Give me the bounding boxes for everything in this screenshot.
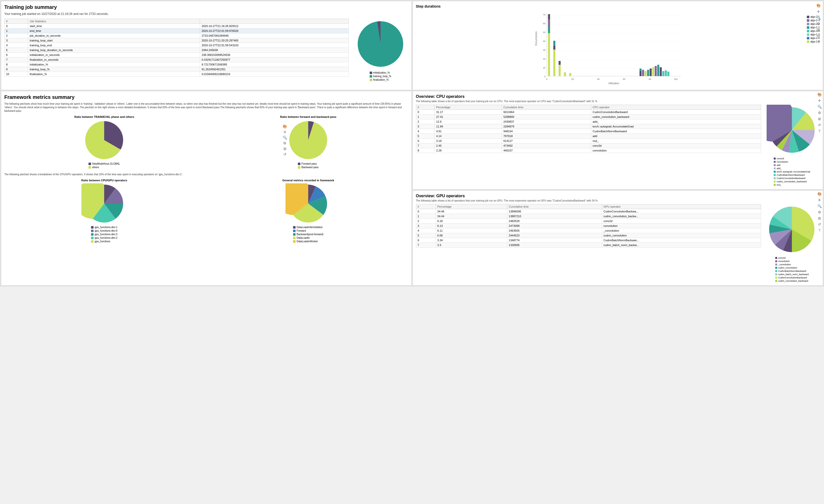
- cpu-label7: cudnn_convolution_backward: [777, 180, 807, 183]
- svg-text:40: 40: [543, 40, 545, 42]
- gpu-settings-icon[interactable]: ⚙: [817, 210, 822, 214]
- pie1-legend: StepModeKeys.GLOBAL others: [89, 162, 120, 169]
- summary-cell: 2020-10-27T22:01:59:543103: [200, 43, 348, 48]
- gpu-cell: 34.44: [436, 214, 507, 219]
- pie4-l3: DataLoader: [293, 236, 323, 239]
- framework-tools1: 🎨 ✛ 🔍 ⚙ ⊞ ↺: [283, 124, 287, 157]
- svg-text:Utilization: Utilization: [608, 82, 619, 85]
- gpu-search-icon[interactable]: 🔍: [817, 204, 822, 208]
- gpu-cell: 7: [416, 243, 436, 247]
- framework-color-icon1[interactable]: 🎨: [283, 124, 287, 129]
- color-tool-icon[interactable]: 🎨: [816, 3, 821, 8]
- gpu-help-icon[interactable]: ?: [817, 228, 822, 233]
- cpu-pie-legend: conv2d convolution add add_: [774, 157, 810, 186]
- pie2-dot-forward: [298, 163, 300, 165]
- cpu-label0: conv2d: [777, 157, 784, 160]
- summary-cell: training_loop_duration_in_seconds: [28, 48, 200, 53]
- step-durations-chart-area: 0 10 20 30 40 50 60 70 0 20 40 60 80 100: [416, 10, 804, 87]
- gpu-cell: conv2d: [602, 219, 761, 223]
- gpu-tools: 🎨 ✛ 🔍 ⚙ ⊞ ↺ ?: [817, 192, 822, 233]
- cpu-grid-icon[interactable]: ⊞: [817, 117, 822, 121]
- summary-table: # Job Statistics 0start_time2020-10-27T2…: [4, 19, 349, 77]
- gpu-row: 36.132473099convolution: [416, 223, 761, 228]
- gpu-color-icon[interactable]: 🎨: [817, 192, 822, 196]
- gpu-col-op: GPU operator: [602, 204, 761, 209]
- cpu-cell: 6: [416, 138, 434, 143]
- cpu-pie-svg: [766, 105, 817, 155]
- summary-cell: 10: [5, 72, 28, 77]
- svg-text:30: 30: [543, 49, 545, 51]
- gpu-row: 56.062444523cudnn_convolution: [416, 233, 761, 238]
- svg-rect-34: [564, 72, 566, 76]
- cpu-cell: convolution: [591, 148, 761, 153]
- gpu-grid-icon[interactable]: ⊞: [817, 216, 822, 220]
- pie4-l0: DataLoaderIterInitialize: [293, 226, 323, 229]
- gpu-move-icon[interactable]: ✛: [817, 198, 822, 202]
- summary-cell: job_duration_in_seconds: [28, 33, 200, 38]
- search-tool-icon[interactable]: 🔍: [816, 15, 821, 20]
- cpu-cell: cudnn_convolution_backward: [591, 115, 761, 119]
- summary-cell: 6: [5, 53, 28, 58]
- framework-grid-icon1[interactable]: ⊞: [283, 146, 287, 151]
- framework-refresh-icon1[interactable]: ↺: [283, 152, 287, 157]
- cpu-settings-icon[interactable]: ⚙: [817, 110, 822, 115]
- svg-text:50: 50: [543, 31, 545, 34]
- help-tool-icon[interactable]: ?: [816, 40, 821, 44]
- gpu-table: # Percentage Cumulative time GPU operato…: [416, 204, 761, 247]
- framework-move-icon1[interactable]: ✛: [283, 130, 287, 134]
- pie4-legend: DataLoaderIterInitialize Forward Backwar…: [293, 226, 323, 243]
- framework-search-icon1[interactable]: 🔍: [283, 135, 287, 140]
- svg-rect-40: [647, 70, 649, 76]
- cpu-move-icon[interactable]: ✛: [817, 98, 822, 103]
- cpu-pie-wrap: conv2d convolution add add_: [764, 105, 820, 186]
- gpu-row: 46.112463505_convolution: [416, 228, 761, 233]
- cpu-row: 127.415288800cudnn_convolution_backward: [416, 115, 761, 119]
- cpu-label2: add: [777, 164, 781, 167]
- cpu-cell: add: [591, 134, 761, 138]
- summary-cell: training_loop_end: [28, 43, 200, 48]
- framework-settings-icon1[interactable]: ⚙: [283, 141, 287, 145]
- cpu-cell: mul_: [591, 138, 761, 143]
- cpu-l4: torch::autograd::AccumulateGrad: [774, 171, 810, 173]
- pie1-label-global: StepModeKeys.GLOBAL: [92, 162, 120, 165]
- cpu-content: # Percentage Cumulative time CPU operato…: [416, 105, 820, 186]
- gpu-cell: 6.13: [436, 223, 507, 228]
- cpu-table-wrap: # Percentage Cumulative time CPU operato…: [416, 105, 761, 186]
- grid-tool-icon[interactable]: ⊞: [816, 27, 821, 32]
- cpu-col-op: CPU operator: [591, 105, 761, 110]
- refresh-tool-icon[interactable]: ↺: [816, 34, 821, 38]
- svg-text:20: 20: [571, 78, 574, 80]
- cpu-l5: CudnnBatchNormBackward: [774, 174, 810, 176]
- gpu-cell: 6: [416, 238, 436, 243]
- step-durations-title: Step durations: [416, 4, 820, 8]
- cpu-color-icon[interactable]: 🎨: [817, 92, 822, 97]
- cpu-cell: 7: [416, 143, 434, 148]
- gpu-cell: cudnn_convolution_backw...: [602, 214, 761, 219]
- gpu-l4: CudnnBatchNormBackward: [775, 270, 809, 272]
- gpu-l6: CudnnConvolutionBackward: [775, 276, 809, 279]
- cpu-help-icon[interactable]: ?: [817, 129, 822, 133]
- move-tool-icon[interactable]: ✛: [816, 9, 821, 14]
- summary-table-wrap: # Job Statistics 0start_time2020-10-27T2…: [4, 19, 349, 81]
- gpu-refresh-icon[interactable]: ↺: [817, 222, 822, 227]
- pie1-legend-others: others: [89, 166, 120, 169]
- svg-rect-26: [548, 14, 550, 19]
- cpu-label6: CudnnConvolutionBackward: [777, 177, 806, 180]
- cpu-label1: convolution: [777, 161, 788, 163]
- cpu-label5: CudnnBatchNormBackward: [777, 174, 805, 176]
- gpu-l2: _convolution: [775, 263, 809, 266]
- gpu-cell: 2473099: [507, 223, 602, 228]
- gpu-cell: 3: [416, 223, 436, 228]
- summary-cell: 2494.245638: [200, 48, 348, 53]
- summary-cell: 5: [5, 48, 28, 53]
- gpu-label0: conv2d: [778, 257, 786, 259]
- settings-tool-icon[interactable]: ⚙: [816, 21, 821, 26]
- cpu-search-icon[interactable]: 🔍: [817, 104, 822, 109]
- svg-rect-28: [548, 27, 550, 33]
- gpu-row: 034.4613896596CudnnConvolutionBackwa...: [416, 209, 761, 214]
- summary-cell: end_time: [28, 28, 200, 33]
- gpu-cell: CudnnBatchNormBackwan...: [602, 238, 761, 243]
- legend-init: initialization_%: [370, 71, 391, 74]
- cpu-refresh-icon[interactable]: ↺: [817, 123, 822, 127]
- summary-cell: 2020-10-27T21:20:25:297465: [200, 38, 348, 43]
